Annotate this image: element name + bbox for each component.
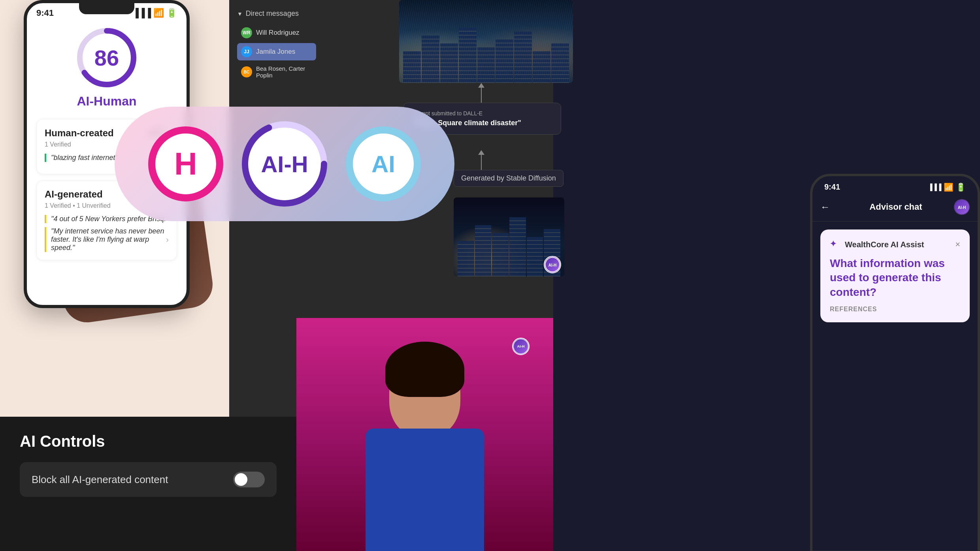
sd-building-4 bbox=[509, 217, 526, 276]
ai-h-badge-photo-svg: AI-H bbox=[513, 335, 529, 358]
chevron-right-icon[interactable]: › bbox=[166, 235, 169, 244]
ai-icon-circle: AI bbox=[346, 126, 421, 201]
dm-header-label: Direct messages bbox=[246, 9, 299, 18]
battery-icon: 🔋 bbox=[166, 8, 177, 18]
ai-circle: AI bbox=[346, 126, 421, 201]
sparkle-icon: ✦ bbox=[830, 239, 841, 250]
sd-label-text: Generated by Stable Diffusion bbox=[461, 174, 556, 182]
ai-quote-2-row: "My internet service has never been fast… bbox=[45, 227, 169, 252]
ai-question-text: What information was used to generate th… bbox=[830, 256, 960, 299]
chat-avatar: AI-H bbox=[954, 199, 970, 215]
ai-label: AI bbox=[371, 150, 395, 178]
sd-building-1 bbox=[458, 241, 474, 276]
dm-name-will: Will Rodriguez bbox=[256, 29, 300, 37]
h-icon-circle: H bbox=[148, 126, 223, 201]
city-image-content bbox=[399, 0, 573, 83]
dm-header: ▼ Direct messages bbox=[237, 9, 316, 18]
score-number: 86 bbox=[94, 45, 119, 71]
rain-overlay bbox=[399, 0, 573, 83]
ai-generated-title: AI-generated bbox=[45, 189, 103, 200]
svg-text:AI-H: AI-H bbox=[958, 205, 966, 210]
ai-h-icon-circle: AI-H bbox=[247, 126, 322, 201]
phone-notch bbox=[79, 3, 134, 14]
close-bubble-button[interactable]: × bbox=[955, 239, 960, 250]
score-label: AI-Human bbox=[77, 94, 136, 109]
dm-panel: ▼ Direct messages WR Will Rodriguez JJ J… bbox=[229, 0, 324, 87]
avatar-jamila: JJ bbox=[241, 46, 252, 57]
back-button[interactable]: ← bbox=[820, 201, 830, 213]
score-section: 86 AI-Human bbox=[27, 18, 187, 115]
dm-item-jamila[interactable]: JJ Jamila Jones bbox=[237, 43, 316, 60]
ai-h-badge-sd: AI-H bbox=[544, 256, 561, 273]
wifi-icon: 📶 bbox=[153, 8, 164, 18]
h-label: H bbox=[174, 146, 197, 182]
phone-right-header: ← Advisor chat AI-H bbox=[812, 195, 978, 222]
avatar-bea: BC bbox=[241, 66, 252, 77]
dm-item-will[interactable]: WR Will Rodriguez bbox=[237, 24, 316, 41]
sd-building-5 bbox=[527, 237, 543, 276]
dalle-city-image bbox=[399, 0, 573, 83]
chat-title: Advisor chat bbox=[838, 202, 954, 212]
woman-figure: AI-H bbox=[296, 318, 553, 551]
status-time: 9:41 bbox=[36, 8, 54, 18]
toggle-switch[interactable] bbox=[233, 472, 265, 487]
score-circle: 86 bbox=[75, 26, 138, 89]
svg-text:AI-H: AI-H bbox=[517, 344, 524, 348]
woman-photo-area: AI-H bbox=[296, 318, 553, 551]
ai-quote-2: "My internet service has never been fast… bbox=[45, 227, 166, 252]
chat-bubble-area: ✦ WealthCore AI Assist × What informatio… bbox=[812, 222, 978, 338]
sd-building-2 bbox=[475, 225, 492, 276]
connector-line-1 bbox=[481, 88, 482, 103]
arrow-up-icon-2 bbox=[478, 150, 484, 155]
ai-controls-title: AI Controls bbox=[20, 433, 277, 450]
toggle-label: Block all AI-generated content bbox=[32, 474, 168, 486]
toggle-knob bbox=[235, 473, 247, 486]
ai-assist-header: ✦ WealthCore AI Assist × bbox=[830, 239, 960, 250]
right-signal-icon: ▐▐▐ bbox=[928, 184, 941, 191]
avatar-will: WR bbox=[241, 27, 252, 38]
svg-text:AI-H: AI-H bbox=[548, 263, 557, 267]
right-status-time: 9:41 bbox=[824, 182, 840, 192]
right-wifi-icon: 📶 bbox=[944, 182, 954, 192]
ai-controls-section: AI Controls Block all AI-generated conte… bbox=[0, 417, 296, 551]
woman-hair bbox=[385, 342, 464, 397]
arrow-up-icon bbox=[478, 83, 484, 88]
chat-avatar-svg: AI-H bbox=[954, 199, 970, 215]
right-status-icons: ▐▐▐ 📶 🔋 bbox=[928, 182, 966, 192]
center-pill-overlay: H AI-H AI bbox=[115, 107, 454, 221]
references-label: REFERENCES bbox=[830, 306, 960, 313]
sd-building-3 bbox=[492, 233, 509, 276]
right-battery-icon: 🔋 bbox=[956, 182, 966, 192]
ai-h-badge-photo: AI-H bbox=[512, 338, 530, 355]
dm-name-bea-carter: Bea Rosen, Carter Poplin bbox=[256, 65, 312, 79]
dm-name-jamila: Jamila Jones bbox=[256, 48, 295, 56]
ai-assist-name-text: WealthCore AI Assist bbox=[845, 240, 924, 249]
status-icons: ▐▐▐ 📶 🔋 bbox=[132, 8, 177, 18]
ai-assist-name-row: ✦ WealthCore AI Assist bbox=[830, 239, 924, 250]
human-created-title: Human-created bbox=[45, 128, 114, 139]
h-circle: H bbox=[148, 126, 223, 201]
ai-h-ring-svg bbox=[240, 119, 329, 209]
ai-h-circle: AI-H bbox=[247, 126, 322, 201]
dalle-prompt-title: Prompt submitted to DALL-E bbox=[412, 110, 552, 117]
sd-label-box: Generated by Stable Diffusion bbox=[454, 170, 564, 187]
woman-jacket bbox=[366, 429, 484, 551]
triangle-icon: ▼ bbox=[237, 11, 243, 17]
toggle-row: Block all AI-generated content bbox=[20, 462, 277, 497]
ai-h-badge-svg: AI-H bbox=[545, 256, 560, 273]
sd-small-image: AI-H bbox=[454, 197, 564, 276]
phone-mockup-right: 9:41 ▐▐▐ 📶 🔋 ← Advisor chat AI-H bbox=[810, 174, 980, 551]
phone-right-status-bar: 9:41 ▐▐▐ 📶 🔋 bbox=[812, 176, 978, 195]
signal-icon: ▐▐▐ bbox=[132, 8, 151, 18]
ai-assist-bubble: ✦ WealthCore AI Assist × What informatio… bbox=[820, 229, 970, 322]
dm-item-bea-carter[interactable]: BC Bea Rosen, Carter Poplin bbox=[237, 62, 316, 82]
